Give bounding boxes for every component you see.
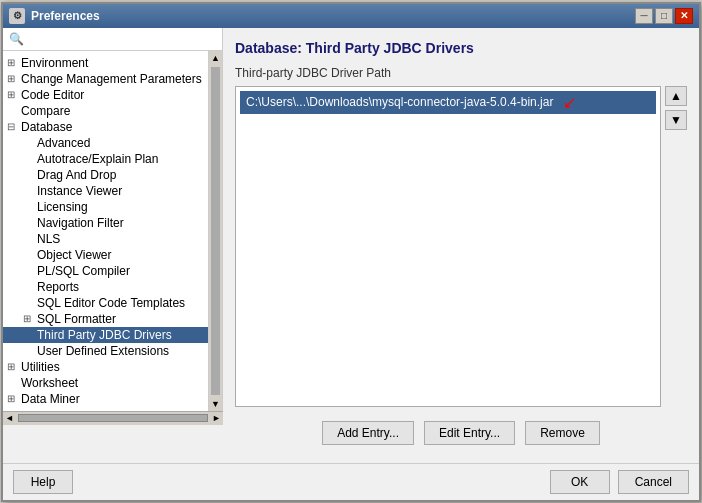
footer-right: OK Cancel <box>550 470 689 494</box>
edit-entry-button[interactable]: Edit Entry... <box>424 421 515 445</box>
app-icon: ⚙ <box>9 8 25 24</box>
title-bar-left: ⚙ Preferences <box>9 8 100 24</box>
expander-icon: ⊞ <box>7 89 21 100</box>
left-panel: 🔍 ⊞Environment⊞Change Management Paramet… <box>3 28 223 411</box>
tree-item-label: Instance Viewer <box>37 184 204 198</box>
driver-path: C:\Users\...\Downloads\mysql-connector-j… <box>246 95 553 109</box>
close-button[interactable]: ✕ <box>675 8 693 24</box>
tree-item-label: NLS <box>37 232 204 246</box>
tree-item-object-viewer[interactable]: Object Viewer <box>3 247 208 263</box>
tree-item-label: Environment <box>21 56 204 70</box>
remove-button[interactable]: Remove <box>525 421 600 445</box>
tree-item-licensing[interactable]: Licensing <box>3 199 208 215</box>
footer: Help OK Cancel <box>3 463 699 500</box>
tree-item-label: User Defined Extensions <box>37 344 204 358</box>
tree-item-environment[interactable]: ⊞Environment <box>3 55 208 71</box>
title-bar: ⚙ Preferences ─ □ ✕ <box>3 4 699 28</box>
tree-item-worksheet[interactable]: Worksheet <box>3 375 208 391</box>
title-controls: ─ □ ✕ <box>635 8 693 24</box>
tree-item-sql-formatter[interactable]: ⊞SQL Formatter <box>3 311 208 327</box>
tree-item-label: Compare <box>21 104 204 118</box>
add-entry-button[interactable]: Add Entry... <box>322 421 414 445</box>
tree-item-label: Third Party JDBC Drivers <box>37 328 204 342</box>
hscroll-right[interactable]: ► <box>212 413 221 423</box>
side-controls: ▲ ▼ <box>665 86 687 407</box>
help-button[interactable]: Help <box>13 470 73 494</box>
tree-scroll-up[interactable]: ▲ <box>209 51 222 65</box>
hscroll-left[interactable]: ◄ <box>5 413 14 423</box>
expander-icon: ⊞ <box>23 313 37 324</box>
tree-item-reports[interactable]: Reports <box>3 279 208 295</box>
action-buttons: Add Entry... Edit Entry... Remove <box>235 415 687 451</box>
search-bar: 🔍 <box>3 28 222 51</box>
tree-item-label: Licensing <box>37 200 204 214</box>
tree-scroll-thumb <box>211 67 220 395</box>
tree-item-drag-drop[interactable]: Drag And Drop <box>3 167 208 183</box>
tree-item-label: PL/SQL Compiler <box>37 264 204 278</box>
tree-item-autotrace[interactable]: Autotrace/Explain Plan <box>3 151 208 167</box>
move-up-button[interactable]: ▲ <box>665 86 687 106</box>
window-title: Preferences <box>31 9 100 23</box>
tree-item-label: Advanced <box>37 136 204 150</box>
tree-item-label: Utilities <box>21 360 204 374</box>
tree-item-label: SQL Editor Code Templates <box>37 296 204 310</box>
panel-subtitle: Third-party JDBC Driver Path <box>235 66 687 80</box>
minimize-button[interactable]: ─ <box>635 8 653 24</box>
tree-item-label: Drag And Drop <box>37 168 204 182</box>
tree-item-instance-viewer[interactable]: Instance Viewer <box>3 183 208 199</box>
maximize-button[interactable]: □ <box>655 8 673 24</box>
tree-item-label: Database <box>21 120 204 134</box>
expander-icon: ⊞ <box>7 57 21 68</box>
horizontal-scrollbar: ◄ ► <box>3 411 223 425</box>
driver-list-item[interactable]: C:\Users\...\Downloads\mysql-connector-j… <box>240 91 656 114</box>
tree-item-compare[interactable]: Compare <box>3 103 208 119</box>
move-down-button[interactable]: ▼ <box>665 110 687 130</box>
content-area: 🔍 ⊞Environment⊞Change Management Paramet… <box>3 28 699 500</box>
tree-item-label: Data Miner <box>21 392 204 406</box>
arrow-icon: ↙ <box>563 93 576 112</box>
tree-item-utilities[interactable]: ⊞Utilities <box>3 359 208 375</box>
tree-scrollbar: ▲ ▼ <box>208 51 222 411</box>
tree-item-database[interactable]: ⊟Database <box>3 119 208 135</box>
tree: ⊞Environment⊞Change Management Parameter… <box>3 51 208 411</box>
expander-icon: ⊞ <box>7 393 21 404</box>
search-icon: 🔍 <box>9 32 24 46</box>
tree-item-advanced[interactable]: Advanced <box>3 135 208 151</box>
tree-item-label: Object Viewer <box>37 248 204 262</box>
tree-item-code-editor[interactable]: ⊞Code Editor <box>3 87 208 103</box>
tree-item-navigation-filter[interactable]: Navigation Filter <box>3 215 208 231</box>
cancel-button[interactable]: Cancel <box>618 470 689 494</box>
tree-item-user-defined[interactable]: User Defined Extensions <box>3 343 208 359</box>
right-panel: Database: Third Party JDBC Drivers Third… <box>223 28 699 463</box>
panel-title: Database: Third Party JDBC Drivers <box>235 40 687 56</box>
tree-item-sql-editor-templates[interactable]: SQL Editor Code Templates <box>3 295 208 311</box>
tree-scroll-down[interactable]: ▼ <box>209 397 222 411</box>
tree-item-label: Code Editor <box>21 88 204 102</box>
tree-item-data-miner[interactable]: ⊞Data Miner <box>3 391 208 407</box>
tree-item-change-management[interactable]: ⊞Change Management Parameters <box>3 71 208 87</box>
search-input[interactable] <box>28 32 216 46</box>
tree-item-label: SQL Formatter <box>37 312 204 326</box>
tree-item-label: Reports <box>37 280 204 294</box>
main-area: 🔍 ⊞Environment⊞Change Management Paramet… <box>3 28 699 463</box>
expander-icon: ⊞ <box>7 73 21 84</box>
preferences-window: ⚙ Preferences ─ □ ✕ 🔍 ⊞Environment⊞Chang… <box>1 2 701 502</box>
left-panel-wrapper: 🔍 ⊞Environment⊞Change Management Paramet… <box>3 28 223 463</box>
tree-item-label: Autotrace/Explain Plan <box>37 152 204 166</box>
tree-item-label: Navigation Filter <box>37 216 204 230</box>
tree-item-label: Change Management Parameters <box>21 72 204 86</box>
tree-item-nls[interactable]: NLS <box>3 231 208 247</box>
ok-button[interactable]: OK <box>550 470 610 494</box>
tree-item-label: Worksheet <box>21 376 204 390</box>
tree-item-third-party-jdbc[interactable]: Third Party JDBC Drivers <box>3 327 208 343</box>
tree-item-plsql-compiler[interactable]: PL/SQL Compiler <box>3 263 208 279</box>
hscroll-thumb <box>18 414 208 422</box>
expander-icon: ⊞ <box>7 361 21 372</box>
expander-icon: ⊟ <box>7 121 21 132</box>
driver-list: C:\Users\...\Downloads\mysql-connector-j… <box>235 86 661 407</box>
